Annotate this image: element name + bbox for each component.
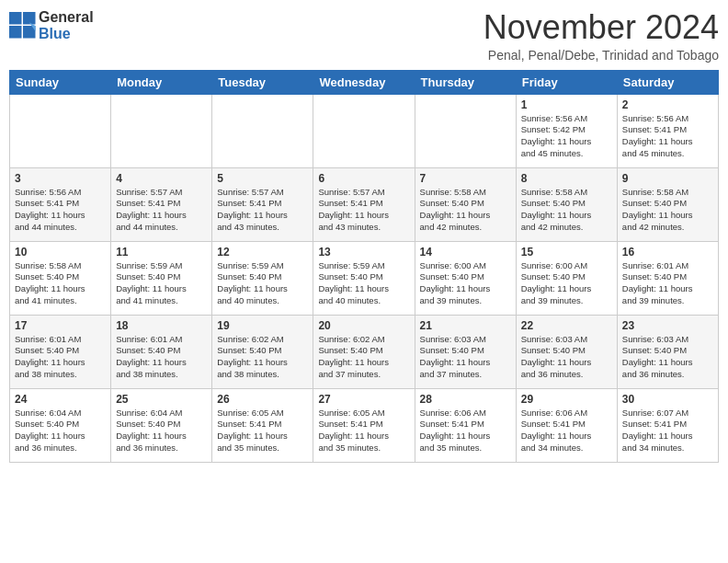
svg-rect-1: [23, 12, 36, 25]
day-number: 17: [15, 319, 106, 332]
title-block: November 2024 Penal, Penal/Debe, Trinida…: [483, 9, 719, 63]
day-info: Sunrise: 6:04 AM Sunset: 5:40 PM Dayligh…: [116, 408, 207, 454]
logo: General Blue: [9, 9, 94, 41]
calendar-cell: 23Sunrise: 6:03 AM Sunset: 5:40 PM Dayli…: [617, 315, 718, 388]
day-number: 29: [521, 393, 612, 406]
day-number: 28: [420, 393, 511, 406]
day-info: Sunrise: 6:06 AM Sunset: 5:41 PM Dayligh…: [521, 408, 612, 454]
calendar-day-header: Sunday: [10, 70, 111, 94]
day-number: 14: [420, 246, 511, 259]
day-info: Sunrise: 6:03 AM Sunset: 5:40 PM Dayligh…: [420, 334, 511, 381]
day-info: Sunrise: 6:07 AM Sunset: 5:41 PM Dayligh…: [622, 408, 713, 454]
day-info: Sunrise: 5:58 AM Sunset: 5:40 PM Dayligh…: [521, 187, 612, 234]
calendar-cell: 28Sunrise: 6:06 AM Sunset: 5:41 PM Dayli…: [415, 388, 516, 462]
calendar-cell: 6Sunrise: 5:57 AM Sunset: 5:41 PM Daylig…: [313, 167, 415, 241]
svg-rect-2: [9, 26, 22, 39]
calendar-cell: 24Sunrise: 6:04 AM Sunset: 5:40 PM Dayli…: [10, 388, 111, 462]
day-number: 27: [318, 393, 409, 406]
day-number: 1: [521, 98, 612, 111]
calendar-cell: 19Sunrise: 6:02 AM Sunset: 5:40 PM Dayli…: [212, 315, 313, 388]
day-info: Sunrise: 5:57 AM Sunset: 5:41 PM Dayligh…: [318, 187, 409, 234]
day-number: 25: [116, 393, 207, 406]
calendar-day-header: Friday: [516, 70, 617, 94]
calendar-cell: [313, 94, 415, 167]
calendar-cell: 17Sunrise: 6:01 AM Sunset: 5:40 PM Dayli…: [10, 315, 111, 388]
day-info: Sunrise: 6:02 AM Sunset: 5:40 PM Dayligh…: [217, 334, 308, 381]
calendar-cell: 22Sunrise: 6:03 AM Sunset: 5:40 PM Dayli…: [516, 315, 617, 388]
day-number: 5: [217, 172, 308, 185]
location-subtitle: Penal, Penal/Debe, Trinidad and Tobago: [483, 48, 719, 63]
day-info: Sunrise: 5:57 AM Sunset: 5:41 PM Dayligh…: [217, 187, 308, 234]
day-info: Sunrise: 6:06 AM Sunset: 5:41 PM Dayligh…: [420, 408, 511, 454]
day-info: Sunrise: 5:57 AM Sunset: 5:41 PM Dayligh…: [116, 187, 207, 234]
logo-text: General Blue: [39, 9, 94, 41]
calendar-header-row: SundayMondayTuesdayWednesdayThursdayFrid…: [10, 70, 719, 94]
calendar-cell: 8Sunrise: 5:58 AM Sunset: 5:40 PM Daylig…: [516, 167, 617, 241]
calendar-cell: 7Sunrise: 5:58 AM Sunset: 5:40 PM Daylig…: [415, 167, 516, 241]
day-info: Sunrise: 5:56 AM Sunset: 5:41 PM Dayligh…: [15, 187, 106, 234]
day-info: Sunrise: 6:02 AM Sunset: 5:40 PM Dayligh…: [318, 334, 409, 381]
calendar-cell: 13Sunrise: 5:59 AM Sunset: 5:40 PM Dayli…: [313, 241, 415, 315]
page-header: General Blue November 2024 Penal, Penal/…: [9, 9, 719, 63]
calendar-cell: [212, 94, 313, 167]
calendar-cell: [415, 94, 516, 167]
calendar-cell: 5Sunrise: 5:57 AM Sunset: 5:41 PM Daylig…: [212, 167, 313, 241]
calendar-cell: 26Sunrise: 6:05 AM Sunset: 5:41 PM Dayli…: [212, 388, 313, 462]
day-info: Sunrise: 5:56 AM Sunset: 5:42 PM Dayligh…: [521, 113, 612, 160]
day-info: Sunrise: 5:58 AM Sunset: 5:40 PM Dayligh…: [622, 187, 713, 234]
day-number: 16: [622, 246, 713, 259]
calendar-cell: 1Sunrise: 5:56 AM Sunset: 5:42 PM Daylig…: [516, 94, 617, 167]
calendar-day-header: Wednesday: [313, 70, 415, 94]
day-info: Sunrise: 6:05 AM Sunset: 5:41 PM Dayligh…: [217, 408, 308, 454]
calendar-cell: 29Sunrise: 6:06 AM Sunset: 5:41 PM Dayli…: [516, 388, 617, 462]
calendar-cell: 20Sunrise: 6:02 AM Sunset: 5:40 PM Dayli…: [313, 315, 415, 388]
day-info: Sunrise: 6:00 AM Sunset: 5:40 PM Dayligh…: [420, 260, 511, 307]
day-info: Sunrise: 6:03 AM Sunset: 5:40 PM Dayligh…: [622, 334, 713, 381]
calendar-cell: 2Sunrise: 5:56 AM Sunset: 5:41 PM Daylig…: [617, 94, 718, 167]
calendar-cell: 3Sunrise: 5:56 AM Sunset: 5:41 PM Daylig…: [10, 167, 111, 241]
day-number: 15: [521, 246, 612, 259]
calendar-cell: 16Sunrise: 6:01 AM Sunset: 5:40 PM Dayli…: [617, 241, 718, 315]
calendar-cell: 11Sunrise: 5:59 AM Sunset: 5:40 PM Dayli…: [111, 241, 212, 315]
calendar-week-row: 3Sunrise: 5:56 AM Sunset: 5:41 PM Daylig…: [10, 167, 719, 241]
logo-general: General: [39, 9, 94, 26]
day-number: 23: [622, 319, 713, 332]
day-info: Sunrise: 6:01 AM Sunset: 5:40 PM Dayligh…: [622, 260, 713, 307]
day-number: 21: [420, 319, 511, 332]
calendar-cell: 14Sunrise: 6:00 AM Sunset: 5:40 PM Dayli…: [415, 241, 516, 315]
calendar-day-header: Monday: [111, 70, 212, 94]
day-info: Sunrise: 5:56 AM Sunset: 5:41 PM Dayligh…: [622, 113, 713, 160]
day-info: Sunrise: 5:59 AM Sunset: 5:40 PM Dayligh…: [318, 260, 409, 307]
calendar-table: SundayMondayTuesdayWednesdayThursdayFrid…: [9, 70, 719, 463]
day-info: Sunrise: 6:00 AM Sunset: 5:40 PM Dayligh…: [521, 260, 612, 307]
day-number: 8: [521, 172, 612, 185]
calendar-day-header: Saturday: [617, 70, 718, 94]
day-number: 12: [217, 246, 308, 259]
calendar-cell: 4Sunrise: 5:57 AM Sunset: 5:41 PM Daylig…: [111, 167, 212, 241]
calendar-week-row: 1Sunrise: 5:56 AM Sunset: 5:42 PM Daylig…: [10, 94, 719, 167]
day-number: 7: [420, 172, 511, 185]
day-info: Sunrise: 6:05 AM Sunset: 5:41 PM Dayligh…: [318, 408, 409, 454]
day-info: Sunrise: 5:58 AM Sunset: 5:40 PM Dayligh…: [15, 260, 106, 307]
logo-icon: [9, 12, 37, 40]
calendar-cell: 10Sunrise: 5:58 AM Sunset: 5:40 PM Dayli…: [10, 241, 111, 315]
day-number: 4: [116, 172, 207, 185]
calendar-cell: 30Sunrise: 6:07 AM Sunset: 5:41 PM Dayli…: [617, 388, 718, 462]
calendar-cell: [111, 94, 212, 167]
day-info: Sunrise: 5:59 AM Sunset: 5:40 PM Dayligh…: [116, 260, 207, 307]
svg-rect-0: [9, 12, 22, 25]
day-info: Sunrise: 5:59 AM Sunset: 5:40 PM Dayligh…: [217, 260, 308, 307]
calendar-week-row: 17Sunrise: 6:01 AM Sunset: 5:40 PM Dayli…: [10, 315, 719, 388]
day-number: 13: [318, 246, 409, 259]
day-number: 22: [521, 319, 612, 332]
calendar-cell: 21Sunrise: 6:03 AM Sunset: 5:40 PM Dayli…: [415, 315, 516, 388]
day-info: Sunrise: 6:04 AM Sunset: 5:40 PM Dayligh…: [15, 408, 106, 454]
day-info: Sunrise: 6:03 AM Sunset: 5:40 PM Dayligh…: [521, 334, 612, 381]
day-number: 26: [217, 393, 308, 406]
day-number: 19: [217, 319, 308, 332]
logo-blue: Blue: [39, 26, 94, 42]
day-number: 20: [318, 319, 409, 332]
day-number: 30: [622, 393, 713, 406]
calendar-week-row: 10Sunrise: 5:58 AM Sunset: 5:40 PM Dayli…: [10, 241, 719, 315]
day-number: 6: [318, 172, 409, 185]
